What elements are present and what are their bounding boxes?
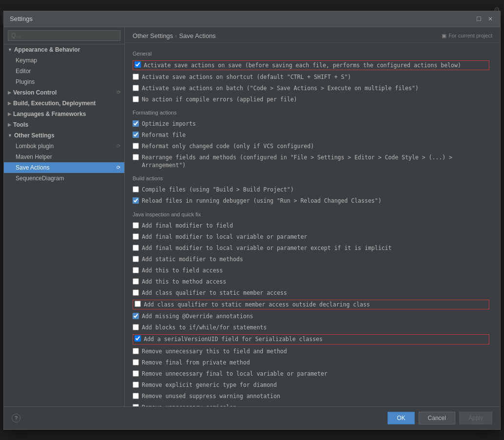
label-activate-on-batch: Activate save actions on batch ("Code > … — [142, 84, 419, 92]
row-serial-version: Add a serialVersionUID field for Seriali… — [133, 334, 489, 344]
main-content: Other Settings › Save Actions ▣ For curr… — [125, 27, 500, 406]
checkbox-activate-on-save[interactable] — [135, 61, 141, 68]
row-rearrange-fields: Rearrange fields and methods (configured… — [133, 153, 492, 170]
row-activate-on-batch: Activate save actions on batch ("Code > … — [133, 84, 492, 93]
row-static-modifier: Add static modifier to methods — [133, 255, 492, 264]
sidebar-item-label: Lombok plugin — [16, 143, 54, 150]
label-missing-override: Add missing @Override annotations — [142, 312, 253, 320]
cancel-button[interactable]: Cancel — [419, 412, 455, 424]
dialog-footer: ? OK Cancel Apply — [4, 406, 500, 429]
row-reformat-changed: Reformat only changed code (only if VCS … — [133, 142, 492, 151]
label-static-modifier: Add static modifier to methods — [142, 255, 243, 263]
row-reformat-file: Reformat file — [133, 131, 492, 139]
sync-icon: ⟳ — [116, 90, 120, 95]
sidebar-item-build-execution[interactable]: ▶ Build, Execution, Deployment — [4, 98, 124, 109]
checkbox-remove-this[interactable] — [133, 348, 139, 354]
sidebar-item-other-settings[interactable]: ▼ Other Settings — [4, 130, 124, 141]
ok-button[interactable]: OK — [388, 412, 414, 424]
checkbox-reload-files[interactable] — [133, 197, 139, 204]
expand-icon: ▶ — [8, 112, 11, 116]
footer-left: ? — [12, 414, 20, 422]
row-this-to-method: Add this to method access — [133, 277, 492, 286]
checkbox-reformat-changed[interactable] — [133, 143, 139, 149]
sidebar-item-label: SequenceDiagram — [16, 175, 64, 182]
sidebar-item-label: Maven Helper — [16, 153, 52, 160]
sidebar-item-plugins[interactable]: Plugins — [4, 77, 124, 87]
label-reload-files: Reload files in running debugger (using … — [142, 197, 382, 205]
sidebar-item-label: Version Control — [13, 89, 57, 96]
sync-icon: ⟳ — [116, 143, 120, 149]
checkbox-optimize-imports[interactable] — [133, 120, 139, 127]
row-blocks-if-while: Add blocks to if/while/for statements — [133, 323, 492, 332]
sidebar-item-appearance[interactable]: ▼ Appearance & Behavior — [4, 44, 124, 55]
sidebar-item-version-control[interactable]: ▶ Version Control ⟳ — [4, 87, 124, 98]
label-final-to-local-except: Add final modifier to local variable or … — [142, 244, 391, 252]
row-final-to-local: Add final modifier to local variable or … — [133, 232, 492, 241]
label-class-qualifier-static: Add class qualifier to static member acc… — [142, 289, 287, 297]
row-no-action-compile: No action if compile errors (applied per… — [133, 95, 492, 104]
checkbox-compile-files[interactable] — [133, 186, 139, 192]
sidebar-item-label: Plugins — [16, 78, 35, 85]
apply-button[interactable]: Apply — [459, 412, 492, 424]
project-icon: ⟳ — [116, 165, 120, 170]
checkbox-class-qualifier-static[interactable] — [133, 289, 139, 296]
label-compile-files: Compile files (using "Build > Build Proj… — [142, 186, 294, 193]
checkbox-serial-version[interactable] — [135, 335, 141, 342]
sidebar-item-lombok[interactable]: Lombok plugin ⟳ — [4, 141, 124, 152]
checkbox-this-to-field[interactable] — [133, 267, 139, 273]
sidebar-item-languages[interactable]: ▶ Languages & Frameworks — [4, 109, 124, 119]
row-final-to-field: Add final modifier to field — [133, 221, 492, 230]
expand-icon: ▼ — [8, 47, 12, 52]
checkbox-reformat-file[interactable] — [133, 132, 139, 138]
checkbox-blocks-if-while[interactable] — [133, 324, 139, 330]
close-button[interactable]: ✕ — [486, 15, 494, 23]
checkbox-no-action-compile[interactable] — [133, 96, 139, 102]
label-activate-on-save: Activate save actions on save (before sa… — [144, 61, 461, 69]
checkbox-remove-explicit-generic[interactable] — [133, 382, 139, 388]
dialog-body: ▼ Appearance & Behavior Keymap Editor Pl… — [4, 27, 500, 406]
sidebar-item-maven-helper[interactable]: Maven Helper — [4, 152, 124, 162]
row-this-to-field: Add this to field access — [133, 266, 492, 275]
sidebar-item-label: Tools — [13, 121, 28, 128]
label-reformat-file: Reformat file — [142, 131, 186, 139]
search-input[interactable] — [8, 30, 120, 41]
sidebar-item-label: Appearance & Behavior — [14, 46, 80, 53]
checkbox-remove-unnecessary-final[interactable] — [133, 370, 139, 377]
checkbox-class-qualifier-outside[interactable] — [135, 301, 141, 307]
checkbox-activate-on-shortcut[interactable] — [133, 74, 139, 80]
sidebar-item-editor[interactable]: Editor — [4, 66, 124, 77]
checkbox-final-to-local-except[interactable] — [133, 245, 139, 251]
checkbox-static-modifier[interactable] — [133, 256, 139, 262]
checkbox-remove-unused-suppress[interactable] — [133, 393, 139, 399]
dialog-titlebar: Settings ☐ ✕ — [4, 11, 500, 27]
expand-icon: ▼ — [8, 133, 12, 138]
checkbox-final-to-field[interactable] — [133, 222, 139, 229]
help-button[interactable]: ? — [12, 414, 20, 422]
label-remove-unused-suppress: Remove unused suppress warning annotatio… — [142, 392, 280, 400]
checkbox-activate-on-batch[interactable] — [133, 85, 139, 91]
expand-icon: ▶ — [8, 90, 11, 95]
maximize-button[interactable]: ☐ — [475, 15, 483, 23]
checkbox-rearrange-fields[interactable] — [133, 154, 139, 160]
row-class-qualifier-static: Add class qualifier to static member acc… — [133, 288, 492, 297]
sidebar-item-sequence-diagram[interactable]: SequenceDiagram — [4, 173, 124, 184]
label-remove-final-private: Remove final from private method — [142, 359, 250, 366]
sidebar-item-tools[interactable]: ▶ Tools — [4, 119, 124, 130]
section-build-title: Build actions — [133, 175, 492, 181]
for-project-label: ▣ For current project — [442, 33, 492, 39]
label-final-to-local: Add final modifier to local variable or … — [142, 233, 307, 241]
label-remove-explicit-generic: Remove explicit generic type for diamond — [142, 381, 277, 389]
checkbox-this-to-method[interactable] — [133, 278, 139, 285]
checkbox-remove-final-private[interactable] — [133, 359, 139, 365]
label-rearrange-fields: Rearrange fields and methods (configured… — [142, 153, 492, 169]
breadcrumb: Other Settings › Save Actions — [133, 32, 216, 39]
content-body: General Activate save actions on save (b… — [125, 43, 500, 406]
checkbox-final-to-local[interactable] — [133, 233, 139, 240]
label-blocks-if-while: Add blocks to if/while/for statements — [142, 324, 267, 331]
section-formatting-title: Formatting actions — [133, 110, 492, 115]
section-general-title: General — [133, 51, 492, 57]
checkbox-missing-override[interactable] — [133, 313, 139, 319]
sidebar-item-keymap[interactable]: Keymap — [4, 55, 124, 66]
row-final-to-local-except: Add final modifier to local variable or … — [133, 244, 492, 252]
sidebar-item-save-actions[interactable]: Save Actions ⟳ — [4, 162, 124, 173]
